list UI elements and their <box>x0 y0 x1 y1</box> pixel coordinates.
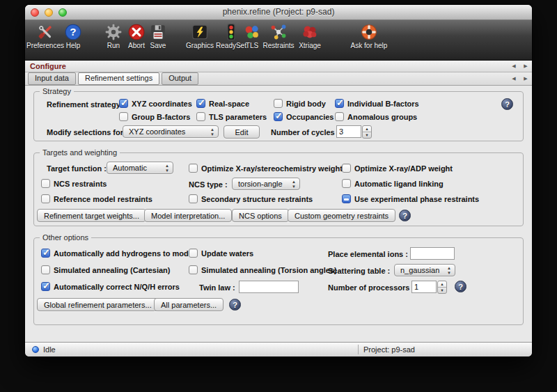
run-gear-icon <box>104 23 123 41</box>
checkbox-box <box>119 99 128 108</box>
modify-selections-label: Modify selections for: <box>47 127 126 137</box>
checkbox-secondary-structure-restraints[interactable]: Secondary structure restraints <box>189 194 313 204</box>
number-of-cycles-input[interactable] <box>336 125 361 138</box>
stepper-down-icon[interactable] <box>438 288 446 293</box>
checkbox-real-space[interactable]: Real-space <box>196 98 249 109</box>
checkbox-box <box>196 99 205 108</box>
status-led-icon <box>32 346 39 353</box>
toolbar-label: Xtriage <box>299 42 321 49</box>
dropdown-arrows-icon <box>291 180 297 189</box>
toolbar-xtriage-button[interactable]: Xtriage <box>291 23 329 49</box>
group-title: Targets and weighting <box>40 148 120 158</box>
place-elemental-ions-label: Place elemental ions : <box>328 249 408 259</box>
tab-output[interactable]: Output <box>162 72 198 85</box>
checkbox-box <box>189 194 198 203</box>
back-arrow-icon[interactable] <box>510 63 517 69</box>
checkbox-label: Optimize X-ray/ADP weight <box>354 164 453 173</box>
dropdown-value: Automatic <box>113 164 147 172</box>
checkbox-box <box>196 112 205 121</box>
toolbar-help-button[interactable]: ? Help <box>58 23 88 49</box>
dropdown-value: torsion-angle <box>238 180 283 188</box>
checkbox-box <box>41 179 50 188</box>
restraints-molecule-icon <box>269 23 288 41</box>
tab-input-data[interactable]: Input data <box>28 72 76 85</box>
modify-selections-dropdown[interactable]: XYZ coordinates <box>123 125 219 138</box>
stepper-up-icon[interactable] <box>438 281 446 288</box>
stepper-up-icon[interactable] <box>363 126 371 132</box>
toolbar-label: Graphics <box>186 42 214 49</box>
status-divider <box>358 345 359 354</box>
checkbox-automatically-add-hydrogens[interactable]: Automatically add hydrogens to model <box>41 248 195 258</box>
checkbox-update-waters[interactable]: Update waters <box>189 248 253 258</box>
checkbox-box <box>119 112 128 121</box>
checkbox-group-b-factors[interactable]: Group B-factors <box>119 111 190 122</box>
svg-text:?: ? <box>70 26 76 38</box>
checkbox-ncs-restraints[interactable]: NCS restraints <box>41 178 107 189</box>
edit-button[interactable]: Edit <box>223 125 260 139</box>
refinement-target-weights-button[interactable]: Refinement target weights... <box>37 209 146 222</box>
toolbar-ask-for-help-button[interactable]: Ask for help <box>345 23 393 49</box>
checkbox-label: Update waters <box>201 249 253 258</box>
number-of-processors-label: Number of processors : <box>328 283 414 292</box>
back-arrow-icon[interactable] <box>510 76 517 81</box>
targets-help-button[interactable]: ? <box>399 210 411 221</box>
processors-stepper[interactable] <box>437 281 447 294</box>
number-of-processors-input[interactable] <box>411 281 437 293</box>
checkbox-optimize-xray-stereochemistry-weight[interactable]: Optimize X-ray/stereochemistry weight <box>189 163 343 173</box>
forward-arrow-icon[interactable] <box>522 76 529 81</box>
processors-help-button[interactable]: ? <box>455 281 466 292</box>
checkbox-reference-model-restraints[interactable]: Reference model restraints <box>41 194 152 204</box>
help-icon: ? <box>64 23 82 41</box>
title-bar[interactable]: phenix.refine (Project: p9-sad) <box>25 5 532 20</box>
model-interpretation-button[interactable]: Model interpretation... <box>144 209 232 222</box>
checkbox-optimize-xray-adp-weight[interactable]: Optimize X-ray/ADP weight <box>342 163 453 173</box>
all-parameters-button[interactable]: All parameters... <box>154 298 223 311</box>
close-button[interactable] <box>31 8 39 17</box>
checkbox-use-experimental-phase-restraints[interactable]: Use experimental phase restraints <box>342 194 479 204</box>
checkbox-box <box>189 265 198 274</box>
ncs-type-label: NCS type : <box>189 180 228 189</box>
checkbox-simulated-annealing-torsion[interactable]: Simulated annealing (Torsion angles) <box>189 265 337 275</box>
checkbox-box <box>41 282 50 291</box>
other-options-help-button[interactable]: ? <box>229 299 241 311</box>
checkbox-box <box>274 99 283 108</box>
status-text: Idle <box>43 345 56 354</box>
strategy-help-button[interactable]: ? <box>501 98 513 110</box>
checkbox-anomalous-groups[interactable]: Anomalous groups <box>335 111 417 122</box>
twin-law-input[interactable] <box>239 281 299 293</box>
configure-nav <box>510 61 529 72</box>
scattering-table-dropdown[interactable]: n_gaussian <box>394 264 455 276</box>
checkbox-label: Occupancies <box>286 113 334 121</box>
configure-title: Configure <box>30 62 66 70</box>
checkbox-tls-parameters[interactable]: TLS parameters <box>196 111 267 122</box>
checkbox-xyz-coordinates[interactable]: XYZ coordinates <box>119 98 192 109</box>
ncs-type-dropdown[interactable]: torsion-angle <box>232 178 300 190</box>
checkbox-simulated-annealing-cartesian[interactable]: Simulated annealing (Cartesian) <box>41 265 170 275</box>
toolbar-label: TLS <box>246 42 258 49</box>
other-options-group: Other options Automatically add hydrogen… <box>33 237 524 325</box>
status-bar: Idle Project: p9-sad <box>25 342 532 356</box>
custom-geometry-restraints-button[interactable]: Custom geometry restraints <box>288 209 395 222</box>
checkbox-label: Automatically add hydrogens to model <box>54 249 195 258</box>
place-elemental-ions-input[interactable] <box>410 247 455 260</box>
checkbox-occupancies[interactable]: Occupancies <box>274 111 334 122</box>
cycles-stepper[interactable] <box>362 125 372 139</box>
tab-refinement-settings[interactable]: Refinement settings <box>78 72 159 85</box>
checkbox-individual-b-factors[interactable]: Individual B-factors <box>335 98 419 109</box>
minimize-button[interactable] <box>45 8 53 17</box>
checkbox-automatically-correct-nqh[interactable]: Automatically correct N/Q/H errors <box>41 281 180 292</box>
toolbar-save-button[interactable]: Save <box>143 23 173 49</box>
forward-arrow-icon[interactable] <box>522 63 529 69</box>
refinement-settings-panel: Strategy Refinement strategy: XYZ coordi… <box>25 86 532 342</box>
ncs-options-button[interactable]: NCS options <box>232 209 289 222</box>
zoom-button[interactable] <box>58 8 67 17</box>
toolbar: Preferences ? Help Run <box>25 20 532 61</box>
global-refinement-parameters-button[interactable]: Global refinement parameters... <box>37 298 159 311</box>
dropdown-value: XYZ coordinates <box>129 127 185 136</box>
stepper-down-icon[interactable] <box>363 132 371 138</box>
checkbox-rigid-body[interactable]: Rigid body <box>274 98 326 109</box>
targets-group: Targets and weighting Target function : … <box>33 152 524 226</box>
target-function-dropdown[interactable]: Automatic <box>107 162 173 174</box>
twin-law-label: Twin law : <box>199 283 235 292</box>
checkbox-automatic-ligand-linking[interactable]: Automatic ligand linking <box>342 178 444 189</box>
